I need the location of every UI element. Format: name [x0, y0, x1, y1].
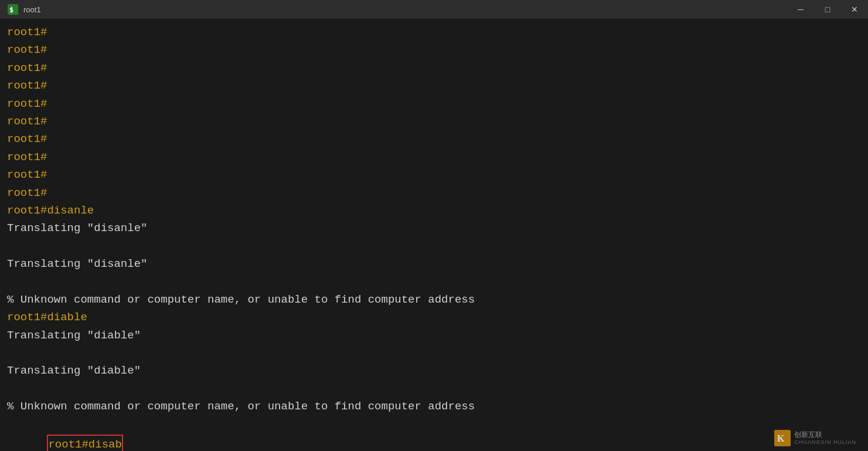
term-line: root1# — [7, 41, 861, 59]
error-unknown-diable: % Unknown command or computer name, or u… — [7, 398, 861, 415]
error-unknown-disanle: % Unknown command or computer name, or u… — [7, 291, 861, 308]
window-title: root1 — [23, 5, 41, 14]
term-line: root1# — [7, 23, 861, 41]
term-line: root1# — [7, 77, 861, 94]
titlebar: $ root1 ─ □ ✕ — [0, 0, 868, 19]
blank-line — [7, 273, 861, 290]
blank-line — [7, 238, 861, 255]
blank-line — [7, 380, 861, 398]
term-line: root1# — [7, 166, 861, 184]
watermark-line1: 创新互联 — [794, 430, 856, 439]
output-translating-diable-1: Translating "diable" — [7, 327, 861, 344]
close-button[interactable]: ✕ — [841, 0, 868, 19]
window-controls: ─ □ ✕ — [787, 0, 868, 19]
term-line: root1# — [7, 95, 861, 113]
svg-text:K: K — [777, 433, 785, 443]
output-translating-disanle-1: Translating "disanle" — [7, 219, 861, 237]
watermark-icon: K — [774, 430, 791, 446]
watermark: K 创新互联 CHUANGXIN HULIAN — [774, 430, 856, 446]
output-translating-disanle-2: Translating "disanle" — [7, 255, 861, 273]
terminal-window: $ root1 ─ □ ✕ root1# root1# root1# root1… — [0, 0, 868, 451]
highlighted-command-input: root1#disab — [47, 435, 122, 451]
maximize-button[interactable]: □ — [814, 0, 841, 19]
term-line: root1# — [7, 59, 861, 77]
command-line-disanle: root1#disanle — [7, 202, 861, 219]
term-line: root1# — [7, 184, 861, 202]
command-line-diable: root1#diable — [7, 308, 861, 326]
term-line: root1# — [7, 113, 861, 130]
watermark-brand: 创新互联 CHUANGXIN HULIAN — [794, 430, 856, 445]
watermark-line2: CHUANGXIN HULIAN — [794, 439, 856, 446]
app-icon: $ — [7, 4, 19, 15]
term-line: root1# — [7, 130, 861, 148]
blank-line — [7, 344, 861, 362]
output-translating-diable-2: Translating "diable" — [7, 362, 861, 379]
terminal-output[interactable]: root1# root1# root1# root1# root1# root1… — [0, 19, 868, 451]
command-line-disab: root1#disab — [7, 417, 861, 451]
svg-text:$: $ — [9, 6, 13, 14]
minimize-button[interactable]: ─ — [787, 0, 814, 19]
term-line: root1# — [7, 148, 861, 166]
